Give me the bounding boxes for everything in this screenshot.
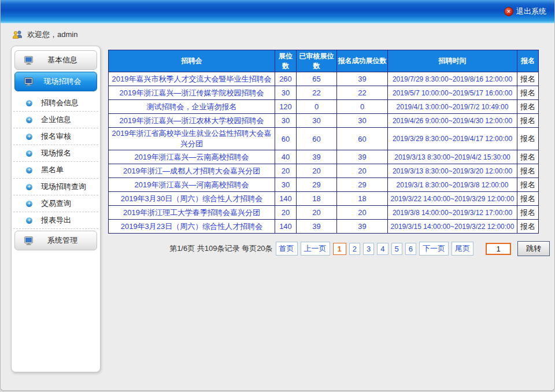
sidebar-subitem-label: 报表导出: [41, 215, 71, 225]
plus-circle-icon: +: [26, 117, 32, 123]
booth-count-cell: 140: [275, 220, 297, 234]
fair-name-cell[interactable]: 2019年浙江理工大学春季招聘会嘉兴分团: [109, 206, 275, 220]
sidebar-item-label: 基本信息: [34, 55, 91, 65]
booth-count-cell: 30: [275, 114, 297, 128]
success-count-cell: 39: [337, 150, 388, 164]
fair-name-cell[interactable]: 2019年浙江—成都人才招聘大会嘉兴分团: [109, 164, 275, 178]
fair-table-body: 2019年嘉兴市秋季人才交流大会暨毕业生招聘会26065392019/7/29 …: [109, 72, 539, 234]
logout-button[interactable]: ✕ 退出系统: [504, 6, 546, 17]
fair-name-cell[interactable]: 2019年浙江嘉兴—河南高校招聘会: [109, 178, 275, 192]
sidebar-subitem[interactable]: +报名审核: [13, 128, 98, 145]
close-icon: ✕: [504, 7, 513, 16]
table-row: 2019年浙江—成都人才招聘大会嘉兴分团2020202019/3/13 8:30…: [109, 164, 539, 178]
first-page-link[interactable]: 首页: [276, 242, 298, 256]
fair-name-cell[interactable]: 2019年浙江嘉兴—浙江农林大学校园招聘会: [109, 114, 275, 128]
page-link[interactable]: 4: [377, 243, 388, 255]
sidebar-subitem-label: 交易查询: [41, 198, 71, 209]
table-row: 2019年嘉兴市秋季人才交流大会暨毕业生招聘会26065392019/7/29 …: [109, 72, 539, 86]
approved-count-cell: 65: [297, 72, 337, 86]
fair-name-cell[interactable]: 测试招聘会，企业请勿报名: [109, 100, 275, 114]
plus-circle-icon: +: [26, 217, 32, 224]
sidebar-item-basic-info[interactable]: 基本信息: [14, 50, 97, 70]
sidebar-subitem[interactable]: +现场招聘查询: [13, 179, 98, 195]
signup-link[interactable]: 报名: [517, 192, 539, 206]
table-header-row: 招聘会展位数已审核展位数报名成功展位数招聘时间报名: [109, 50, 539, 72]
column-header: 报名: [517, 50, 539, 72]
current-page-link[interactable]: 1: [333, 243, 346, 255]
page-link[interactable]: 2: [349, 243, 360, 255]
fair-name-cell[interactable]: 2019年3月30日（周六）综合性人才招聘会: [109, 192, 275, 206]
fair-name-cell[interactable]: 2019年3月23日（周六）综合性人才招聘会: [109, 220, 275, 234]
column-header: 报名成功展位数: [337, 50, 388, 72]
plus-circle-icon: +: [26, 201, 32, 207]
page-link[interactable]: 6: [405, 243, 416, 255]
fair-name-cell[interactable]: 2019年浙江省高校毕业生就业公益性招聘大会嘉兴分团: [109, 128, 275, 150]
signup-link[interactable]: 报名: [517, 100, 539, 114]
table-row: 测试招聘会，企业请勿报名120002019/4/1 3:00:00~2019/7…: [109, 100, 539, 114]
jump-button[interactable]: 跳转: [517, 241, 550, 256]
recruit-time-cell: 2019/3/22 14:00:00~2019/3/29 12:00:00: [388, 192, 517, 206]
recruit-time-cell: 2019/3/8 14:00:00~2019/3/12 17:00:00: [388, 206, 517, 220]
page-link[interactable]: 5: [391, 243, 402, 255]
last-page-link[interactable]: 尾页: [452, 242, 473, 256]
booth-count-cell: 60: [275, 128, 297, 150]
booth-count-cell: 20: [275, 164, 297, 178]
plus-circle-icon: +: [26, 184, 32, 190]
fair-table: 招聘会展位数已审核展位数报名成功展位数招聘时间报名 2019年嘉兴市秋季人才交流…: [108, 50, 539, 234]
jump-page-input[interactable]: [486, 243, 511, 255]
sidebar-subitem[interactable]: +企业信息: [13, 112, 98, 128]
signup-link[interactable]: 报名: [517, 206, 539, 220]
approved-count-cell: 0: [297, 100, 337, 114]
approved-count-cell: 20: [297, 206, 337, 220]
sidebar-subitem-label: 黑名单: [41, 165, 64, 175]
users-icon: [12, 30, 23, 39]
monitor-icon: [24, 77, 34, 86]
top-bar: ✕ 退出系统: [1, 0, 554, 24]
signup-link[interactable]: 报名: [517, 178, 539, 192]
booth-count-cell: 30: [275, 86, 297, 100]
sidebar-submenu: +招聘会信息+企业信息+报名审核+现场报名+黑名单+现场招聘查询+交易查询+报表…: [13, 93, 98, 229]
prev-page-link[interactable]: 上一页: [301, 242, 330, 256]
success-count-cell: 30: [337, 114, 388, 128]
recruit-time-cell: 2019/5/7 10:00:00~2019/5/17 16:00:00: [388, 86, 517, 100]
fair-name-cell[interactable]: 2019年嘉兴市秋季人才交流大会暨毕业生招聘会: [109, 72, 275, 86]
sidebar-subitem[interactable]: +黑名单: [13, 162, 98, 179]
signup-link[interactable]: 报名: [517, 128, 539, 150]
pagination: 第1/6页 共109条记录 每页20条 首页 上一页 123456 下一页 尾页…: [108, 241, 550, 256]
sidebar-subitem[interactable]: +招聘会信息: [13, 95, 98, 112]
logout-label: 退出系统: [516, 6, 546, 17]
sidebar-item-label: 现场招聘会: [34, 76, 91, 87]
success-count-cell: 39: [337, 220, 388, 234]
approved-count-cell: 20: [297, 164, 337, 178]
sidebar-item-system-management[interactable]: 系统管理: [14, 231, 97, 250]
monitor-icon: [24, 236, 34, 245]
table-row: 2019年浙江嘉兴—浙江传媒学院校园招聘会3022222019/5/7 10:0…: [109, 86, 539, 100]
sidebar-subitem[interactable]: +交易查询: [13, 195, 98, 212]
monitor-icon: [24, 56, 34, 65]
sidebar-subitem-label: 企业信息: [41, 114, 71, 125]
page-link[interactable]: 3: [363, 243, 374, 255]
table-row: 2019年浙江嘉兴—云南高校招聘会4039392019/3/13 8:30:00…: [109, 150, 539, 164]
sidebar: 基本信息 现场招聘会 +招聘会信息+企业信息+报名审核+现场报名+黑名单+现场招…: [11, 46, 101, 372]
pagination-summary: 第1/6页 共109条记录 每页20条: [169, 243, 272, 254]
recruit-time-cell: 2019/3/13 8:30:00~2019/4/2 15:30:00: [388, 150, 517, 164]
signup-link[interactable]: 报名: [517, 220, 539, 234]
approved-count-cell: 60: [297, 128, 337, 150]
booth-count-cell: 40: [275, 150, 297, 164]
fair-name-cell[interactable]: 2019年浙江嘉兴—云南高校招聘会: [109, 150, 275, 164]
recruit-time-cell: 2019/3/1 8:30:00~2019/3/8 12:00:00: [388, 178, 517, 192]
signup-link[interactable]: 报名: [517, 114, 539, 128]
approved-count-cell: 39: [297, 220, 337, 234]
recruit-time-cell: 2019/3/29 8:30:00~2019/4/17 12:00:00: [388, 128, 517, 150]
table-row: 2019年浙江嘉兴—浙江农林大学校园招聘会3030302019/4/26 9:0…: [109, 114, 539, 128]
sidebar-item-onsite-fair[interactable]: 现场招聘会: [14, 72, 97, 91]
signup-link[interactable]: 报名: [517, 86, 539, 100]
signup-link[interactable]: 报名: [517, 150, 539, 164]
sidebar-subitem[interactable]: +报表导出: [13, 212, 98, 229]
next-page-link[interactable]: 下一页: [419, 242, 449, 256]
signup-link[interactable]: 报名: [517, 72, 539, 86]
fair-name-cell[interactable]: 2019年浙江嘉兴—浙江传媒学院校园招聘会: [109, 86, 275, 100]
success-count-cell: 60: [337, 128, 388, 150]
signup-link[interactable]: 报名: [517, 164, 539, 178]
sidebar-subitem[interactable]: +现场报名: [13, 145, 98, 162]
